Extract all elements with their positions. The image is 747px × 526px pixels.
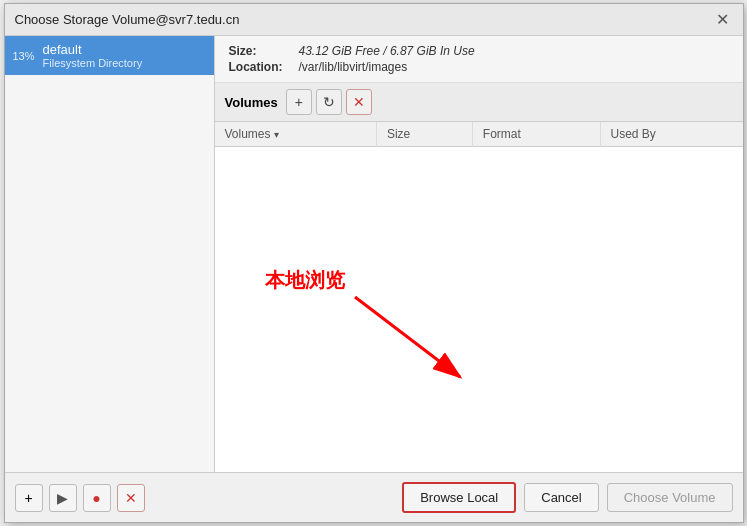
annotation-chinese-text: 本地浏览 <box>265 267 345 294</box>
dialog-title: Choose Storage Volume@svr7.tedu.cn <box>15 12 240 27</box>
volumes-table-section: Volumes ▾ Size Format Used By 本地浏览 <box>215 122 743 472</box>
size-label: Size: <box>229 44 299 58</box>
title-bar: Choose Storage Volume@svr7.tedu.cn ✕ <box>5 4 743 36</box>
storage-name: default <box>43 42 143 57</box>
dialog: Choose Storage Volume@svr7.tedu.cn ✕ 13%… <box>4 3 744 523</box>
main-content: Size: 43.12 GiB Free / 6.87 GiB In Use L… <box>215 36 743 472</box>
bottom-left-buttons: + ▶ ● ✕ <box>15 484 145 512</box>
volumes-label: Volumes <box>225 95 278 110</box>
cancel-button[interactable]: Cancel <box>524 483 598 512</box>
size-row: Size: 43.12 GiB Free / 6.87 GiB In Use <box>229 44 729 58</box>
dialog-body: 13% default Filesystem Directory Size: 4… <box>5 36 743 472</box>
delete-volume-button[interactable]: ✕ <box>346 89 372 115</box>
sort-arrow-icon: ▾ <box>274 129 279 140</box>
col-size: Size <box>376 122 472 147</box>
choose-volume-button[interactable]: Choose Volume <box>607 483 733 512</box>
annotation-arrow-line <box>355 297 460 377</box>
location-value: /var/lib/libvirt/images <box>299 60 408 74</box>
play-button[interactable]: ▶ <box>49 484 77 512</box>
col-volumes: Volumes ▾ <box>215 122 377 147</box>
size-value: 43.12 GiB Free / 6.87 GiB In Use <box>299 44 475 58</box>
bottom-bar: + ▶ ● ✕ Browse Local Cancel Choose Volum… <box>5 472 743 522</box>
volumes-toolbar: Volumes + ↻ ✕ <box>215 83 743 122</box>
annotation-arrow-svg <box>215 122 743 472</box>
storage-type: Filesystem Directory <box>43 57 143 69</box>
info-section: Size: 43.12 GiB Free / 6.87 GiB In Use L… <box>215 36 743 83</box>
sidebar-item-default[interactable]: 13% default Filesystem Directory <box>5 36 214 75</box>
stop-button[interactable]: ● <box>83 484 111 512</box>
refresh-button[interactable]: ↻ <box>316 89 342 115</box>
col-format: Format <box>472 122 600 147</box>
add-storage-button[interactable]: + <box>15 484 43 512</box>
close-button[interactable]: ✕ <box>713 10 733 30</box>
bottom-delete-button[interactable]: ✕ <box>117 484 145 512</box>
sidebar: 13% default Filesystem Directory <box>5 36 215 472</box>
add-volume-button[interactable]: + <box>286 89 312 115</box>
table-header-row: Volumes ▾ Size Format Used By <box>215 122 743 147</box>
storage-percentage: 13% <box>13 50 35 62</box>
browse-local-button[interactable]: Browse Local <box>402 482 516 513</box>
location-row: Location: /var/lib/libvirt/images <box>229 60 729 74</box>
volumes-table: Volumes ▾ Size Format Used By <box>215 122 743 147</box>
bottom-right-buttons: Browse Local Cancel Choose Volume <box>402 482 732 513</box>
col-usedby: Used By <box>600 122 742 147</box>
location-label: Location: <box>229 60 299 74</box>
